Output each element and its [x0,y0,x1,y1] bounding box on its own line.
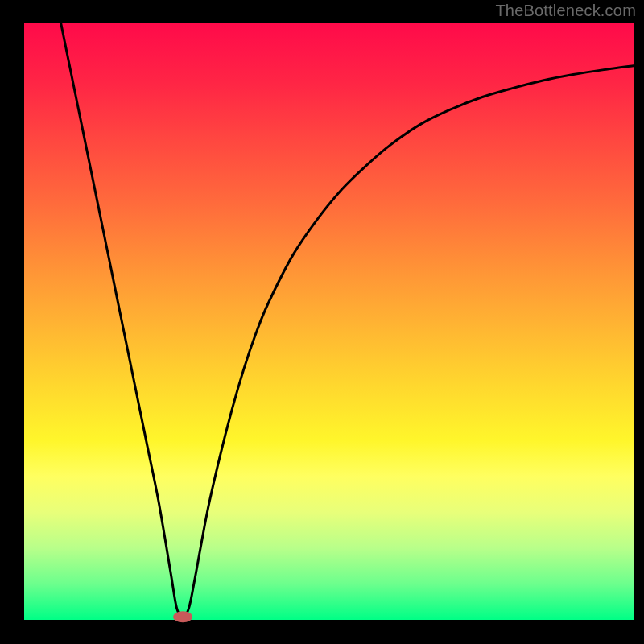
chart-container: TheBottleneck.com [0,0,644,644]
minimum-marker [173,611,192,622]
watermark-text: TheBottleneck.com [495,2,636,20]
bottleneck-chart [0,0,644,644]
plot-area [24,23,634,620]
